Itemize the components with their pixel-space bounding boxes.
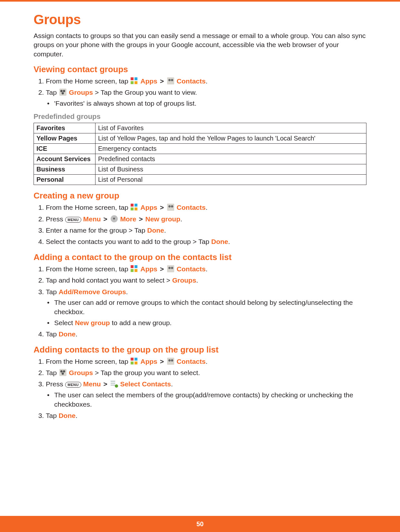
separator: > [103,215,110,223]
group-name: Business [34,164,95,175]
table-row: ICE Emergency contacts [34,144,366,154]
adding-group-step-3-notes: The user can select the members of the g… [46,390,366,409]
top-accent-bar [0,0,400,2]
text: Tap and hold contact you want to select … [46,276,172,284]
text: > Tap the group you want to select. [93,369,200,376]
text: . [205,265,207,273]
adding-group-step-2: Tap Groups > Tap the group you want to s… [46,368,366,377]
page-title: Groups [34,12,366,27]
adding-contact-step-1: From the Home screen, tap Apps > Contact… [46,264,366,274]
separator: > [159,358,166,365]
menu-key-icon: MENU [65,217,81,223]
text: . [180,215,182,223]
page-footer: 50 [0,516,400,532]
select-contacts-label: Select Contacts [120,380,171,388]
done-label: Done [147,227,164,234]
contacts-label: Contacts [177,265,206,273]
text: . [205,204,207,211]
groups-label: Groups [172,276,196,284]
table-row: Business List of Business [34,164,366,175]
more-icon [111,215,118,222]
apps-label: Apps [140,204,157,211]
adding-contact-steps: From the Home screen, tap Apps > Contact… [34,264,366,339]
text: Enter a name for the group > Tap [46,227,147,234]
contacts-icon [167,77,174,84]
apps-icon [131,204,138,211]
table-row: Account Services Predefined contacts [34,154,366,164]
section-adding-group-heading: Adding contacts to the group on the grou… [34,345,366,355]
group-name: Yellow Pages [34,133,95,144]
viewing-step-2-notes: 'Favorites' is always shown at top of gr… [46,99,366,108]
text: . [171,380,173,388]
text: Select [54,319,75,326]
group-desc: Predefined contacts [95,154,366,164]
text: Tap [46,369,59,376]
text: Tap [46,89,59,96]
done-label: Done [59,412,76,419]
group-desc: List of Personal [95,175,366,185]
viewing-step-1: From the Home screen, tap Apps > Contact… [46,76,366,86]
text: From the Home screen, tap [46,77,130,85]
add-remove-groups-label: Add/Remove Groups [59,288,126,295]
creating-step-2: Press MENU Menu > More > New group. [46,214,366,224]
separator: > [159,204,166,211]
text: Tap [46,330,59,338]
contacts-label: Contacts [177,77,206,85]
apps-icon [131,265,138,272]
text: Tap [46,412,59,419]
adding-group-step-4: Tap Done. [46,411,366,420]
contacts-label: Contacts [177,204,206,211]
group-desc: List of Favorites [95,123,366,133]
done-label: Done [211,238,228,245]
text: . [75,412,77,419]
separator: > [138,215,145,223]
note: 'Favorites' is always shown at top of gr… [54,99,366,108]
viewing-step-2: Tap Groups > Tap the Group you want to v… [46,88,366,108]
adding-group-step-3: Press MENU Menu > Select Contacts. The u… [46,379,366,409]
creating-step-1: From the Home screen, tap Apps > Contact… [46,203,366,212]
new-group-label: New group [145,215,181,223]
text: . [196,276,198,284]
groups-icon [59,89,66,96]
creating-steps: From the Home screen, tap Apps > Contact… [34,203,366,247]
group-desc: Emergency contacts [95,144,366,154]
select-contacts-icon [111,380,118,387]
adding-group-step-1: From the Home screen, tap Apps > Contact… [46,357,366,366]
text: . [164,227,166,234]
menu-label: Menu [83,380,101,388]
menu-label: Menu [83,215,101,223]
new-group-label: New group [75,319,110,326]
apps-label: Apps [140,77,157,85]
manual-page: Groups Assign contacts to groups so that… [0,0,400,532]
contacts-label: Contacts [177,358,206,365]
separator: > [159,265,166,273]
group-name: Personal [34,175,95,185]
table-row: Personal List of Personal [34,175,366,185]
text: . [75,330,77,338]
group-desc: List of Yellow Pages, tap and hold the Y… [95,133,366,144]
viewing-steps: From the Home screen, tap Apps > Contact… [34,76,366,108]
adding-contact-step-2: Tap and hold contact you want to select … [46,276,366,285]
predef-table: Favorites List of Favorites Yellow Pages… [34,123,366,185]
separator: > [103,380,110,388]
page-number: 50 [196,520,204,527]
group-desc: List of Business [95,164,366,175]
text: From the Home screen, tap [46,265,130,273]
section-viewing-heading: Viewing contact groups [34,64,366,74]
text: Select the contacts you want to add to t… [46,238,211,245]
adding-contact-step-4: Tap Done. [46,329,366,339]
done-label: Done [59,330,76,338]
more-label: More [120,215,136,223]
text: Press [46,380,65,388]
note: Select New group to add a new group. [54,318,366,327]
apps-label: Apps [140,265,157,273]
table-row: Favorites List of Favorites [34,123,366,133]
text: to add a new group. [110,319,172,326]
contacts-icon [167,265,174,272]
apps-label: Apps [140,358,157,365]
separator: > [159,77,166,85]
adding-contact-step-3: Tap Add/Remove Groups. The user can add … [46,287,366,328]
groups-label: Groups [69,369,93,376]
text: From the Home screen, tap [46,358,130,365]
text: From the Home screen, tap [46,204,130,211]
